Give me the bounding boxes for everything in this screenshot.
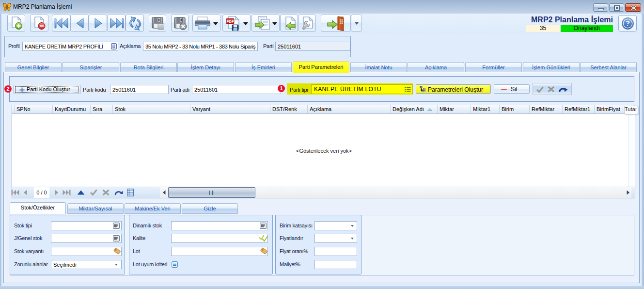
svg-text:PDF: PDF — [227, 19, 234, 24]
svg-text:?: ? — [626, 19, 630, 27]
